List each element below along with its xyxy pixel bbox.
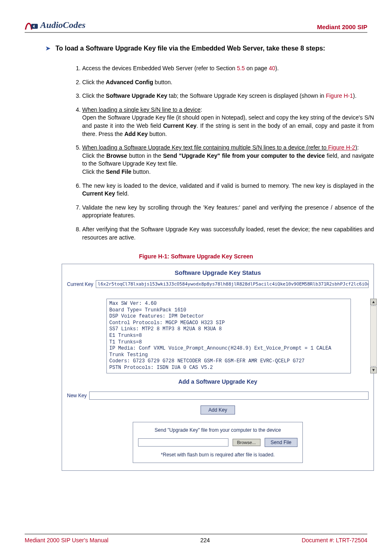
current-key-row: Current Key l6x2r5toqCl78lxabjs153wki3J3…: [67, 280, 369, 288]
browse-button[interactable]: Browse...: [233, 439, 261, 446]
figure-caption: Figure H-1: Software Upgrade Key Screen: [25, 253, 367, 260]
step-8: After verifying that the Software Upgrad…: [82, 226, 374, 242]
upload-caption: Send "Upgrade Key" file from your comput…: [137, 427, 298, 433]
new-key-label: New Key: [67, 393, 87, 398]
add-key-title: Add a Software Upgrade Key: [67, 378, 369, 385]
new-key-row: New Key: [67, 391, 369, 400]
file-path-field[interactable]: [138, 438, 228, 447]
audiocodes-logo-icon: [25, 21, 39, 30]
step-5: When loading a Software Upgrade Key text…: [82, 144, 374, 176]
page-header: AudioCodes Mediant 2000 SIP: [25, 20, 367, 33]
procedure-heading: ➤ To load a Software Upgrade Key file vi…: [45, 44, 367, 52]
step-6: The new key is loaded to the device, val…: [82, 182, 374, 198]
footer-left: Mediant 2000 SIP User's Manual: [25, 537, 108, 543]
add-key-button[interactable]: Add Key: [201, 405, 235, 415]
cross-reference-link[interactable]: 5.5: [237, 65, 244, 71]
scroll-up-icon[interactable]: ▲: [370, 299, 377, 305]
page-footer: Mediant 2000 SIP User's Manual 224 Docum…: [25, 534, 367, 543]
footer-page-number: 224: [200, 537, 210, 543]
current-key-label: Current Key: [67, 281, 93, 287]
steps-list: Access the devices Embedded Web Server (…: [82, 64, 374, 242]
cross-reference-link[interactable]: Figure H-2: [328, 144, 355, 151]
step-7: Validate the new key by scrolling throug…: [82, 204, 374, 220]
new-key-field[interactable]: [89, 391, 369, 400]
step-1: Access the devices Embedded Web Server (…: [82, 64, 374, 73]
arrow-right-icon: ➤: [45, 45, 51, 52]
step-3: Click the Software Upgrade Key tab; the …: [82, 92, 374, 100]
scrollbar-track[interactable]: [370, 306, 377, 366]
current-key-field[interactable]: l6x2r5toqCl78lxabjs153wki3J3cO584ywodx8p…: [96, 280, 369, 288]
software-upgrade-key-screen: Software Upgrade Key Status Current Key …: [62, 264, 374, 471]
reset-note: *Reset with flash burn is required after…: [137, 452, 298, 458]
send-file-button[interactable]: Send File: [265, 438, 298, 447]
footer-right: Document #: LTRT-72504: [302, 537, 367, 543]
procedure-title: To load a Software Upgrade Key file via …: [55, 45, 325, 52]
step-4: When loading a single key S/N line to a …: [82, 106, 374, 138]
upload-panel: Send "Upgrade Key" file from your comput…: [133, 422, 303, 463]
scroll-down-icon[interactable]: ▼: [370, 367, 377, 373]
status-title: Software Upgrade Key Status: [67, 267, 369, 280]
header-product-name: Mediant 2000 SIP: [317, 23, 367, 30]
logo: AudioCodes: [25, 20, 85, 30]
key-features-panel: Max SW Ver: 4.60 Board Type= TrunkPack 1…: [106, 299, 351, 373]
cross-reference-link[interactable]: 40: [269, 65, 275, 71]
cross-reference-link[interactable]: Figure H-1: [326, 92, 353, 99]
step-2: Click the Advanced Config button.: [82, 78, 374, 87]
logo-text: AudioCodes: [40, 20, 85, 30]
